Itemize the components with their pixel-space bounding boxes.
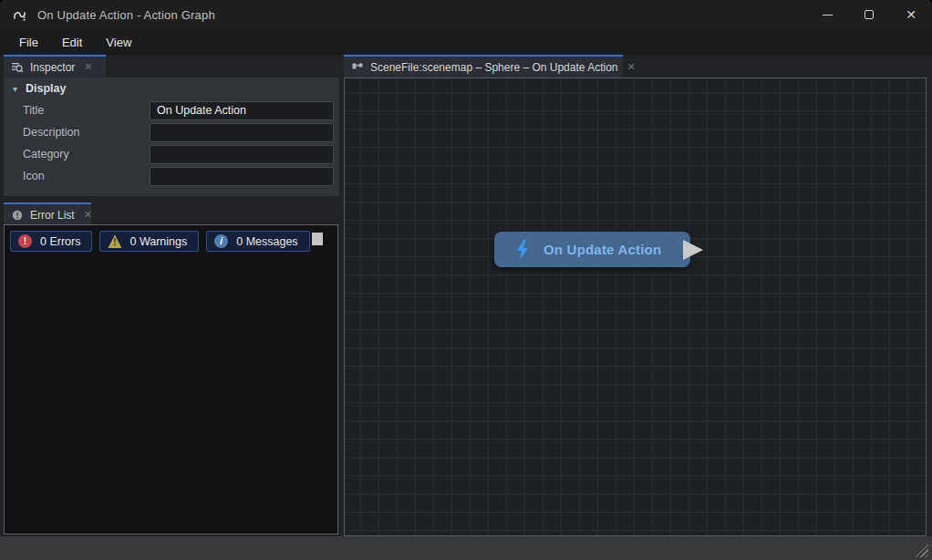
title-field[interactable] [150, 101, 334, 120]
lightning-bolt-icon [516, 240, 529, 260]
resize-grip[interactable] [912, 541, 928, 557]
error-list-tab-label: Error List [30, 209, 75, 222]
display-section-title: Display [26, 82, 66, 95]
category-field[interactable] [150, 145, 334, 164]
window-title: On Update Action - Action Graph [37, 8, 215, 22]
tab-error-list[interactable]: Error List ✕ [4, 202, 91, 225]
node-output-pin[interactable] [683, 240, 703, 260]
errors-filter-label: 0 Errors [40, 235, 80, 248]
app-window: On Update Action - Action Graph ✕ File E… [0, 0, 932, 560]
display-section-header[interactable]: ▾ Display [4, 78, 339, 99]
messages-filter-button[interactable]: i 0 Messages [206, 231, 309, 252]
title-field-label: Title [4, 104, 150, 117]
messages-filter-label: 0 Messages [236, 235, 297, 248]
node-title: On Update Action [544, 242, 661, 257]
inspector-panel: ▾ Display Title Description Category Ico… [4, 78, 339, 196]
toolbar-square-button[interactable] [312, 233, 323, 245]
error-list-toolbar: ! 0 Errors ! 0 Warnings i 0 Messages [5, 225, 337, 252]
description-field-label: Description [4, 126, 150, 139]
inspector-icon [11, 61, 24, 74]
on-update-action-node[interactable]: On Update Action [494, 232, 690, 267]
field-row-title: Title [4, 99, 339, 121]
error-list-panel: ! 0 Errors ! 0 Warnings i 0 Messages [4, 224, 338, 534]
description-field[interactable] [150, 123, 334, 142]
category-field-label: Category [4, 148, 150, 161]
icon-field-label: Icon [4, 170, 150, 182]
inspector-tab-close-icon[interactable]: ✕ [84, 61, 92, 73]
status-strip [0, 536, 932, 560]
warnings-filter-button[interactable]: ! 0 Warnings [99, 231, 199, 252]
graph-tab-label: SceneFile:scenemap – Sphere – On Update … [370, 61, 618, 74]
error-list-content [5, 252, 337, 525]
graph-canvas[interactable]: On Update Action [344, 78, 927, 536]
maximize-button[interactable] [848, 0, 890, 29]
window-controls: ✕ [806, 0, 932, 29]
collapse-caret-icon[interactable]: ▾ [13, 84, 17, 94]
graph-document-icon [351, 61, 364, 74]
app-logo-icon [12, 6, 28, 23]
graph-tab-close-icon[interactable]: ✕ [627, 61, 636, 73]
icon-field[interactable] [150, 167, 334, 186]
warning-triangle-icon: ! [108, 234, 121, 248]
field-row-icon: Icon [4, 165, 339, 187]
menu-view[interactable]: View [94, 29, 143, 55]
error-list-tab-close-icon[interactable]: ✕ [84, 209, 92, 221]
error-circle-icon: ! [18, 234, 32, 248]
tab-graph-document[interactable]: SceneFile:scenemap – Sphere – On Update … [344, 55, 623, 78]
warnings-filter-label: 0 Warnings [129, 235, 187, 248]
tab-inspector[interactable]: Inspector ✕ [4, 55, 106, 78]
menu-bar: File Edit View [0, 29, 932, 55]
field-row-category: Category [4, 143, 339, 165]
errors-filter-button[interactable]: ! 0 Errors [10, 231, 92, 252]
menu-file[interactable]: File [7, 29, 50, 55]
inspector-tab-label: Inspector [30, 61, 75, 74]
title-bar: On Update Action - Action Graph ✕ [0, 0, 932, 29]
error-list-icon [11, 209, 24, 222]
close-button[interactable]: ✕ [890, 0, 932, 29]
field-row-description: Description [4, 121, 339, 143]
menu-edit[interactable]: Edit [50, 29, 94, 55]
info-circle-icon: i [214, 234, 228, 248]
minimize-button[interactable] [806, 0, 848, 29]
